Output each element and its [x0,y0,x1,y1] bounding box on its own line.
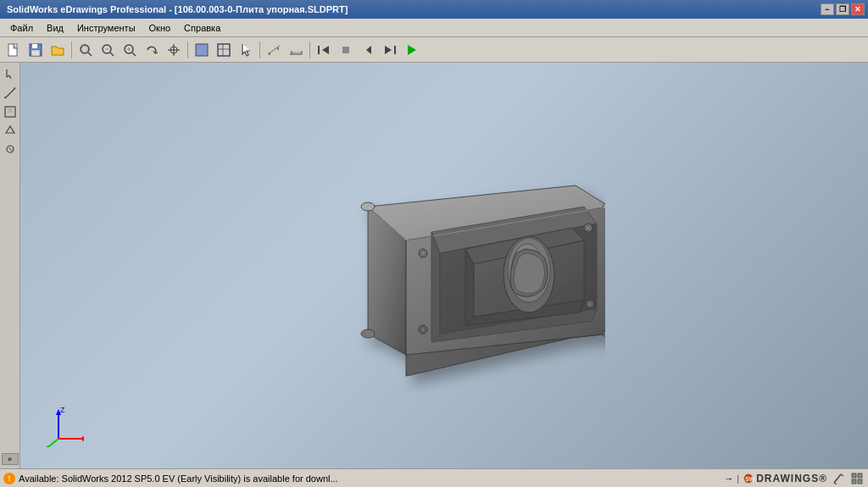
toolbar-zoom-window[interactable] [75,40,96,60]
toolbar-view-shaded[interactable] [192,40,212,60]
menu-view[interactable]: Вид [40,21,70,35]
svg-text:SW: SW [745,476,754,482]
toolbar-open[interactable] [47,40,68,60]
title-text: SolidWorks eDrawings Professional - [106… [7,4,348,14]
svg-rect-3 [31,50,40,56]
svg-rect-17 [196,44,208,56]
close-button[interactable]: ✕ [851,3,865,15]
menu-bar: Файл Вид Инструменты Окно Справка [0,19,868,37]
toolbar-anim-play[interactable] [402,40,422,60]
toolbar-markup[interactable] [286,40,306,60]
svg-rect-89 [858,479,862,484]
toolbar-anim-first[interactable] [314,40,334,60]
svg-line-11 [132,53,136,56]
title-bar-buttons: − ❐ ✕ [821,3,865,15]
svg-point-4 [81,45,89,53]
svg-rect-87 [858,473,862,478]
sidebar-tool5[interactable] [2,141,19,158]
toolbar-separator-4 [309,42,310,58]
svg-rect-86 [852,473,856,478]
svg-rect-18 [218,44,230,56]
svg-point-67 [421,328,425,331]
solidworks-icon: SW [743,473,754,484]
part-3d-model [283,139,605,393]
toolbar-rotate[interactable] [142,40,162,60]
svg-point-63 [421,252,425,255]
sidebar-measure[interactable] [2,85,19,102]
status-right-area: → | SW DRAWINGS® [724,471,865,486]
svg-line-33 [9,75,11,79]
svg-line-84 [841,474,843,476]
svg-point-49 [361,329,375,338]
status-edit-icon[interactable] [831,471,846,486]
svg-rect-2 [32,44,37,48]
main-container: » [0,63,868,468]
viewport[interactable]: Z X Y [20,63,868,468]
svg-line-34 [5,88,15,98]
toolbar-select[interactable] [236,40,256,60]
toolbar-save[interactable] [25,40,46,60]
status-bar: ! Available: SolidWorks 2012 SP5.0 EV (E… [0,468,868,487]
menu-help[interactable]: Справка [177,21,227,35]
toolbar-anim-stop[interactable] [336,40,356,60]
sidebar-tool4[interactable] [2,122,19,139]
svg-point-69 [588,302,592,306]
sidebar-markup[interactable] [2,103,19,120]
svg-rect-29 [342,47,349,53]
svg-rect-0 [8,44,17,56]
svg-rect-88 [852,479,856,484]
svg-line-8 [110,53,114,56]
status-text: Available: SolidWorks 2012 SP5.0 EV (Ear… [19,473,721,484]
drawings-logo: DRAWINGS® [756,473,827,484]
sidebar-expand-button[interactable]: » [2,453,19,465]
title-bar: SolidWorks eDrawings Professional - [106… [0,0,868,19]
toolbar-separator-2 [187,42,188,58]
svg-point-65 [587,226,590,230]
toolbar-anim-last[interactable] [380,40,400,60]
toolbar-view-wireframe[interactable] [214,40,234,60]
menu-window[interactable]: Окно [142,21,178,35]
menu-tools[interactable]: Инструменты [70,21,142,35]
status-arrow: → [724,473,733,484]
status-grid-icon[interactable] [849,471,865,486]
toolbar-anim-prev[interactable] [358,40,378,60]
axis-indicator: Z X Y [42,405,84,447]
svg-line-85 [834,483,837,484]
toolbar [0,37,868,63]
toolbar-measure[interactable] [264,40,284,60]
toolbar-zoom-in[interactable] [120,40,140,60]
toolbar-zoom-fit[interactable] [97,40,118,60]
svg-line-41 [8,147,12,151]
toolbar-new[interactable] [3,40,24,60]
svg-text:Z: Z [60,406,65,414]
svg-line-83 [834,474,841,483]
toolbar-separator-3 [259,42,260,58]
restore-button[interactable]: ❐ [836,3,849,15]
sidebar-select[interactable] [2,66,19,83]
status-notification-icon: ! [3,473,15,484]
svg-marker-75 [82,436,84,441]
left-sidebar: » [0,63,20,468]
svg-line-5 [88,53,92,56]
toolbar-separator-1 [71,42,72,58]
svg-rect-6 [82,47,87,52]
minimize-button[interactable]: − [821,3,834,15]
menu-file[interactable]: Файл [3,21,40,35]
toolbar-crosshair[interactable] [164,40,184,60]
